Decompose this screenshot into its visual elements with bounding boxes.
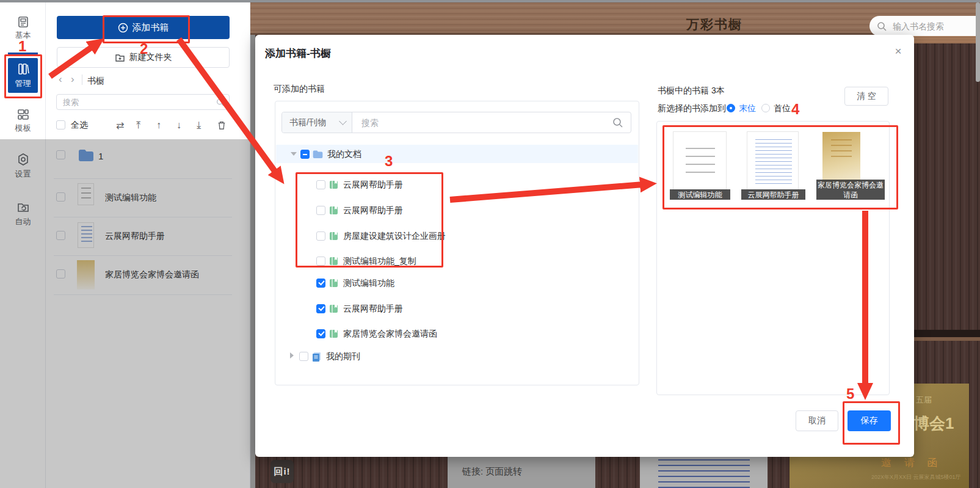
tree-label: 我的期刊 [326, 351, 360, 362]
filter-dropdown[interactable]: 书籍/刊物 [282, 112, 352, 133]
tree-row-book[interactable]: 家居博览会家博会邀请函 [276, 324, 638, 343]
select-all-label: 全选 [71, 120, 88, 131]
move-to-top-icon[interactable]: ⤒ [136, 120, 140, 131]
invitation-edition-text: 五届 [916, 395, 932, 406]
select-all-checkbox[interactable] [56, 120, 65, 129]
tree-row-my-documents[interactable]: 我的文档 [276, 145, 638, 163]
annotation-box-unchecked-books [296, 172, 443, 268]
annotation-box-manage [4, 54, 42, 98]
page-link-text: 链接: 页面跳转 [462, 466, 522, 478]
cancel-button-label: 取消 [808, 415, 826, 426]
annotation-step-3: 3 [385, 153, 393, 170]
background-toc-page [640, 457, 768, 488]
radio-last-label[interactable]: 末位 [739, 103, 756, 114]
bookshelf-title: 万彩书橱 [686, 16, 742, 33]
addable-books-heading: 可添加的书籍 [274, 84, 325, 95]
invitation-subtitle-text: 邀 请 函 [881, 456, 942, 470]
caret-right-icon[interactable] [290, 352, 294, 359]
book-filter-search: 书籍/刊物 [281, 112, 631, 133]
move-down-icon[interactable]: ↓ [176, 120, 181, 131]
chevron-down-icon [339, 117, 347, 125]
breadcrumb[interactable]: 书橱 [87, 76, 104, 87]
book-icon [329, 279, 338, 288]
move-to-bottom-icon[interactable]: ⤓ [197, 120, 201, 131]
shelf-count-label: 书橱中的书籍 3本 [658, 86, 725, 97]
wancai-bookshelf-app: 万彩书橱 回i! 链接: 页面跳转 五届 博会1 邀 请 函 202X年X月XX… [0, 0, 980, 488]
modal-search-input[interactable] [360, 117, 612, 128]
sort-swap-icon[interactable]: ⇄ [116, 120, 124, 131]
journal-icon [311, 351, 322, 362]
template-icon [16, 107, 30, 121]
folder-icon [313, 150, 323, 159]
book-icon [329, 304, 338, 313]
book-name-search[interactable] [869, 16, 980, 36]
annotation-box-shelf-books [662, 125, 898, 209]
background-open-book-page: 链接: 页面跳转 [448, 455, 595, 488]
tree-label: 我的文档 [327, 149, 361, 160]
radio-first-label[interactable]: 首位 [774, 103, 791, 114]
tree-row-my-journals[interactable]: 我的期刊 [276, 347, 638, 365]
dialog-title: 添加书籍-书橱 [265, 46, 331, 60]
add-position-label: 新选择的书添加到 [658, 103, 726, 114]
book-icon [329, 329, 338, 338]
caret-down-icon[interactable] [291, 152, 297, 156]
tree-checkbox[interactable] [299, 352, 308, 361]
tree-label: 家居博览会家博会邀请函 [343, 329, 437, 340]
invitation-title-text: 博会1 [913, 413, 954, 434]
radio-last-position[interactable] [727, 104, 735, 112]
chevron-left-icon[interactable]: ‹ [59, 74, 62, 85]
search-icon [216, 98, 224, 106]
search-icon [877, 21, 887, 31]
tree-checkbox-indeterminate[interactable] [300, 150, 310, 159]
annotation-box-save [843, 401, 900, 445]
move-up-icon[interactable]: ↑ [156, 120, 161, 131]
tree-label: 云展网帮助手册 [343, 304, 403, 315]
invitation-date-text: 202X年X月XX日 云展家具城5楼01厅 [871, 473, 961, 481]
new-folder-label: 新建文件夹 [129, 52, 172, 63]
filter-dropdown-label: 书籍/刊物 [289, 117, 326, 128]
top-gray-strip [0, 0, 980, 2]
breadcrumb-divider [82, 75, 82, 85]
sidebar-item-template[interactable]: 模板 [0, 123, 46, 134]
delete-trash-icon[interactable] [217, 120, 227, 130]
dim-overlay [0, 139, 250, 488]
tree-checkbox-checked[interactable] [316, 329, 325, 338]
radio-first-position[interactable] [761, 104, 770, 112]
close-icon[interactable]: × [893, 46, 904, 57]
tree-row-book[interactable]: 测试编辑功能 [276, 274, 638, 292]
tree-checkbox-checked[interactable] [316, 304, 325, 313]
library-search-input[interactable] [62, 97, 216, 107]
annotation-step-5: 5 [846, 385, 854, 402]
tree-checkbox-checked[interactable] [316, 279, 325, 288]
annotation-box-add-book [103, 15, 190, 43]
clear-button[interactable]: 清 空 [844, 87, 888, 106]
annotation-step-4: 4 [791, 101, 799, 118]
qr-logo: 回i! [270, 460, 294, 483]
annotation-step-1: 1 [18, 38, 26, 55]
tree-row-book[interactable]: 云展网帮助手册 [276, 299, 638, 318]
book-name-search-input[interactable] [891, 21, 973, 32]
basic-icon [16, 15, 30, 29]
tree-label: 测试编辑功能 [343, 278, 394, 289]
clear-button-label: 清 空 [857, 91, 876, 102]
folder-plus-icon [115, 53, 125, 63]
page-scrollbar[interactable] [976, 2, 980, 82]
cancel-button[interactable]: 取消 [796, 410, 838, 431]
library-search-box[interactable] [56, 94, 230, 110]
annotation-step-2: 2 [140, 40, 148, 57]
panel-edge-strip [250, 35, 255, 488]
chevron-right-icon[interactable]: › [71, 74, 74, 85]
search-icon[interactable] [612, 117, 623, 128]
